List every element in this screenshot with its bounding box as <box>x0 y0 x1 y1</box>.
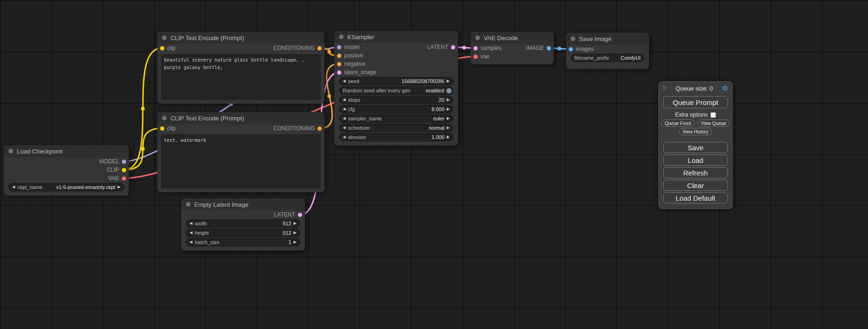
input-socket-samples[interactable] <box>473 46 478 50</box>
node-title-bar[interactable]: Empty Latent Image <box>181 198 305 210</box>
increment-arrow-icon[interactable]: ▶ <box>447 135 450 139</box>
settings-gear-icon[interactable]: ⚙ <box>722 84 728 92</box>
input-socket-clip[interactable] <box>160 126 164 131</box>
save-button[interactable]: Save <box>663 142 728 153</box>
widget-label: ckpt_name <box>17 184 42 190</box>
widget-value: 1 <box>289 239 291 245</box>
widget-height[interactable]: ◀ height 512 ▶ <box>186 229 300 237</box>
decrement-arrow-icon[interactable]: ◀ <box>190 240 192 244</box>
toggle-knob[interactable] <box>446 88 452 93</box>
view-queue-button[interactable]: View Queue <box>697 119 730 127</box>
input-label-samples: samples <box>480 45 501 51</box>
widget-steps[interactable]: ◀ steps 20 ▶ <box>339 96 453 104</box>
history-row: View History <box>659 128 732 135</box>
increment-arrow-icon[interactable]: ▶ <box>118 185 120 189</box>
decrement-arrow-icon[interactable]: ◀ <box>190 231 192 235</box>
increment-arrow-icon[interactable]: ▶ <box>447 117 450 120</box>
input-socket-latent-image[interactable] <box>337 70 341 75</box>
widget-seed[interactable]: ◀ seed 156680208700286 ▶ <box>339 77 453 85</box>
node-vae-decode[interactable]: VAE Decode samples IMAGE vae <box>471 32 554 64</box>
load-default-button[interactable]: Load Default <box>663 192 728 203</box>
widget-denoise[interactable]: ◀ denoise 1.000 ▶ <box>339 133 453 141</box>
slot-row: clip CONDITIONING <box>157 44 325 52</box>
widget-label: Random seed after every gen <box>343 88 410 93</box>
output-label-latent: LATENT <box>427 44 448 50</box>
decrement-arrow-icon[interactable]: ◀ <box>343 107 346 111</box>
prompt-text-area[interactable]: beautiful scenery nature glass bottle la… <box>161 54 321 100</box>
node-title-bar[interactable]: KSampler <box>334 31 458 43</box>
decrement-arrow-icon[interactable]: ◀ <box>343 79 346 83</box>
increment-arrow-icon[interactable]: ▶ <box>447 107 450 111</box>
node-title-bar[interactable]: CLIP Text Encode (Prompt) <box>157 32 325 44</box>
increment-arrow-icon[interactable]: ▶ <box>294 222 296 225</box>
node-title-bar[interactable]: Load Checkpoint <box>4 145 129 157</box>
node-save-image[interactable]: Save Image images filename_prefix ComfyU… <box>566 33 649 69</box>
widget-sampler-name[interactable]: ◀ sampler_name euler ▶ <box>339 114 453 123</box>
input-label-clip: clip <box>167 45 176 51</box>
increment-arrow-icon[interactable]: ▶ <box>294 240 296 244</box>
queue-front-button[interactable]: Queue Front <box>661 119 695 127</box>
output-socket-conditioning[interactable] <box>318 46 322 50</box>
decrement-arrow-icon[interactable]: ◀ <box>343 135 346 139</box>
node-load-checkpoint[interactable]: Load Checkpoint MODEL CLIP VAE ◀ ckpt_na… <box>4 145 129 196</box>
output-socket-conditioning[interactable] <box>318 126 322 131</box>
widget-value: 1.000 <box>431 134 445 140</box>
node-empty-latent-image[interactable]: Empty Latent Image LATENT ◀ width 512 ▶ … <box>181 198 305 251</box>
input-socket-images[interactable] <box>569 47 573 51</box>
output-socket-clip[interactable] <box>122 168 126 172</box>
prompt-text-area[interactable]: text, watermark <box>161 134 321 189</box>
node-ksampler[interactable]: KSampler model LATENT positive negative … <box>334 31 458 146</box>
node-clip-text-encode-negative[interactable]: CLIP Text Encode (Prompt) clip CONDITION… <box>157 112 325 192</box>
widget-value: 8.000 <box>431 106 445 112</box>
decrement-arrow-icon[interactable]: ◀ <box>343 126 346 130</box>
input-socket-negative[interactable] <box>337 62 341 66</box>
output-socket-latent[interactable] <box>298 213 302 217</box>
output-socket-latent[interactable] <box>451 45 455 49</box>
decrement-arrow-icon[interactable]: ◀ <box>343 98 346 102</box>
increment-arrow-icon[interactable]: ▶ <box>447 98 450 102</box>
widget-batch-size[interactable]: ◀ batch_size 1 ▶ <box>186 238 300 246</box>
node-title-bar[interactable]: Save Image <box>566 33 649 45</box>
load-button[interactable]: Load <box>663 154 728 166</box>
widget-ckpt-name[interactable]: ◀ ckpt_name v1-5-pruned-emaonly.ckpt ▶ <box>8 183 124 191</box>
slot-row: samples IMAGE <box>471 44 554 52</box>
input-socket-vae[interactable] <box>473 55 478 59</box>
output-label-conditioning: CONDITIONING <box>273 45 315 51</box>
queue-prompt-button[interactable]: Queue Prompt <box>663 96 728 108</box>
output-socket-model[interactable] <box>122 160 126 164</box>
clear-button[interactable]: Clear <box>663 180 728 191</box>
widget-value: 156680208700286 <box>402 78 445 84</box>
drag-handle-icon[interactable]: ⠿ <box>663 85 666 91</box>
widget-label: sampler_name <box>348 116 382 121</box>
increment-arrow-icon[interactable]: ▶ <box>447 79 450 83</box>
decrement-arrow-icon[interactable]: ◀ <box>12 185 15 189</box>
node-clip-text-encode-positive[interactable]: CLIP Text Encode (Prompt) clip CONDITION… <box>157 32 325 104</box>
increment-arrow-icon[interactable]: ▶ <box>447 126 450 130</box>
refresh-button[interactable]: Refresh <box>663 167 728 178</box>
node-title-bar[interactable]: VAE Decode <box>471 32 554 44</box>
wire-latent-samples-midpoint-dot <box>462 46 466 49</box>
decrement-arrow-icon[interactable]: ◀ <box>343 117 346 120</box>
wire-conditioning-negative-midpoint-dot <box>327 94 331 98</box>
output-socket-vae[interactable] <box>122 176 126 181</box>
input-socket-clip[interactable] <box>160 46 164 50</box>
widget-scheduler[interactable]: ◀ scheduler normal ▶ <box>339 124 453 132</box>
output-socket-image[interactable] <box>547 46 551 50</box>
decrement-arrow-icon[interactable]: ◀ <box>190 222 192 225</box>
extra-options-label: Extra options <box>675 112 708 118</box>
input-socket-model[interactable] <box>337 45 341 49</box>
widget-label: steps <box>348 97 360 103</box>
node-title-bar[interactable]: CLIP Text Encode (Prompt) <box>157 112 325 124</box>
increment-arrow-icon[interactable]: ▶ <box>294 231 296 235</box>
node-title-label: KSampler <box>347 34 374 41</box>
view-history-button[interactable]: View History <box>679 128 712 135</box>
slot-row: CLIP <box>4 166 129 174</box>
widget-width[interactable]: ◀ width 512 ▶ <box>186 219 300 228</box>
node-status-dot <box>162 35 167 40</box>
extra-options-checkbox[interactable] <box>711 112 716 118</box>
widget-filename-prefix[interactable]: filename_prefix ComfyUI <box>571 54 644 62</box>
input-socket-positive[interactable] <box>337 54 341 58</box>
widget-random-seed-toggle[interactable]: Random seed after every gen enabled <box>339 86 453 95</box>
node-title-label: Empty Latent Image <box>194 201 248 208</box>
widget-cfg[interactable]: ◀ cfg 8.000 ▶ <box>339 105 453 113</box>
